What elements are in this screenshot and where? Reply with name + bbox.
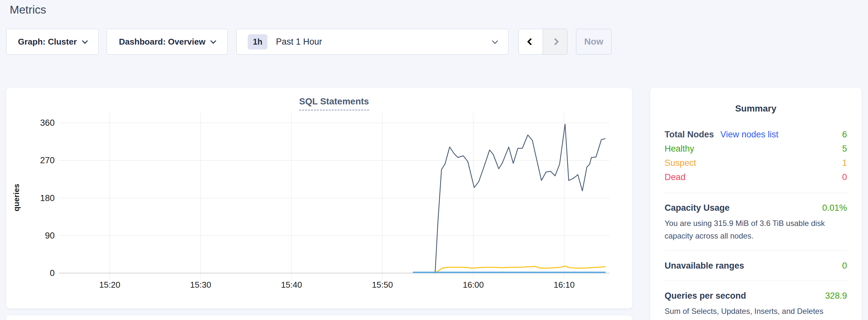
view-nodes-list-link[interactable]: View nodes list: [720, 127, 779, 141]
graph-selector-dropdown[interactable]: Graph: Cluster: [6, 29, 99, 55]
chevron-down-icon: [82, 38, 88, 44]
dashboard-selector-dropdown[interactable]: Dashboard: Overview: [107, 29, 228, 55]
suspect-value: 1: [842, 156, 847, 170]
nodes-status-block: Total Nodes View nodes list 6 Healthy 5 …: [664, 127, 847, 184]
svg-text:270: 270: [40, 156, 55, 165]
chevron-down-icon: [210, 38, 216, 44]
chevron-left-icon: [527, 38, 534, 45]
divider: [664, 281, 847, 281]
svg-text:360: 360: [40, 118, 55, 128]
queries-per-second-value: 328.9: [825, 289, 847, 302]
sql-statements-chart[interactable]: 15:2015:3015:4015:5016:0016:100901802703…: [6, 88, 632, 308]
y-axis-label: queries: [12, 165, 21, 230]
svg-text:15:50: 15:50: [372, 280, 393, 290]
next-timespan-button[interactable]: [543, 29, 567, 54]
suspect-label: Suspect: [664, 156, 696, 170]
queries-per-second-section: Queries per second 328.9 Sum of Selects,…: [664, 289, 847, 320]
queries-per-second-label: Queries per second: [664, 289, 746, 302]
svg-text:15:40: 15:40: [281, 280, 302, 290]
summary-panel: Summary Total Nodes View nodes list 6 He…: [650, 88, 862, 320]
suspect-nodes-row: Suspect 1: [664, 156, 847, 170]
svg-text:90: 90: [45, 231, 55, 241]
queries-per-second-description: Sum of Selects, Updates, Inserts, and De…: [664, 305, 847, 320]
unavailable-ranges-section: Unavailable ranges 0: [664, 259, 847, 272]
capacity-usage-description: You are using 315.9 MiB of 3.6 TiB usabl…: [664, 217, 847, 242]
total-nodes-value: 6: [842, 127, 847, 141]
healthy-label: Healthy: [664, 141, 694, 156]
svg-text:180: 180: [40, 193, 55, 203]
svg-text:0: 0: [50, 268, 55, 278]
capacity-usage-section: Capacity Usage 0.01% You are using 315.9…: [664, 201, 847, 242]
healthy-nodes-row: Healthy 5: [664, 141, 847, 156]
time-range-label: Past 1 Hour: [276, 37, 493, 47]
total-nodes-row: Total Nodes View nodes list 6: [664, 127, 847, 141]
dashboard-selector-label: Dashboard: Overview: [119, 37, 205, 47]
sql-statements-chart-card: 15:2015:3015:4015:5016:0016:100901802703…: [6, 88, 632, 308]
healthy-value: 5: [842, 141, 847, 156]
capacity-usage-value: 0.01%: [822, 201, 847, 214]
next-chart-card-partial: [6, 316, 632, 320]
dead-label: Dead: [664, 170, 686, 184]
svg-text:15:20: 15:20: [99, 280, 120, 290]
capacity-usage-label: Capacity Usage: [664, 201, 730, 214]
chevron-down-icon: [492, 38, 498, 44]
previous-timespan-button[interactable]: [519, 29, 543, 54]
dead-value: 0: [842, 170, 847, 184]
time-pager: [518, 29, 567, 55]
svg-text:16:10: 16:10: [554, 280, 575, 290]
unavailable-ranges-value: 0: [842, 259, 847, 272]
total-nodes-label: Total Nodes: [664, 127, 714, 141]
chevron-right-icon: [551, 38, 559, 45]
time-range-badge: 1h: [248, 34, 268, 50]
summary-title: Summary: [664, 103, 847, 114]
divider: [664, 251, 847, 251]
page-title: Metrics: [10, 3, 46, 16]
divider: [664, 193, 847, 193]
svg-text:15:30: 15:30: [190, 280, 211, 290]
svg-text:16:00: 16:00: [463, 280, 484, 290]
dead-nodes-row: Dead 0: [664, 170, 847, 184]
graph-selector-label: Graph: Cluster: [18, 37, 76, 47]
time-range-dropdown[interactable]: 1h Past 1 Hour: [237, 29, 508, 55]
unavailable-ranges-label: Unavailable ranges: [664, 259, 744, 272]
chart-title[interactable]: SQL Statements: [299, 96, 369, 110]
now-button[interactable]: Now: [576, 29, 612, 55]
dark-blue-series: [435, 124, 605, 273]
